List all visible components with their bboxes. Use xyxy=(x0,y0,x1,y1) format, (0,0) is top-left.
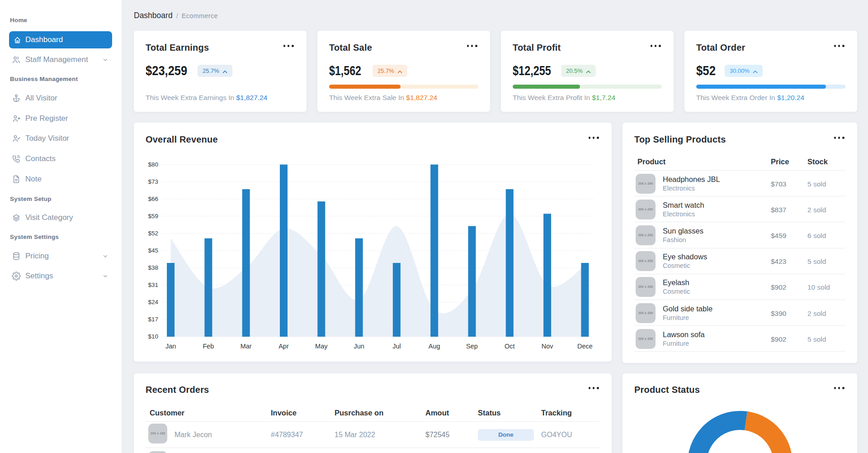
svg-text:Aug: Aug xyxy=(429,343,440,350)
svg-text:Jul: Jul xyxy=(392,343,401,350)
svg-text:$24: $24 xyxy=(148,299,158,305)
svg-text:Feb: Feb xyxy=(203,343,214,350)
svg-text:Dece: Dece xyxy=(577,343,593,350)
svg-text:Nov: Nov xyxy=(542,343,554,350)
svg-text:Sep: Sep xyxy=(466,343,478,350)
svg-text:$31: $31 xyxy=(148,281,158,288)
svg-text:$45: $45 xyxy=(148,247,158,254)
svg-text:$52: $52 xyxy=(148,230,158,237)
svg-text:Mar: Mar xyxy=(241,343,252,350)
svg-text:May: May xyxy=(315,343,328,350)
svg-text:$73: $73 xyxy=(148,178,158,185)
svg-text:Jun: Jun xyxy=(354,343,364,350)
svg-text:Oct: Oct xyxy=(505,343,515,350)
svg-text:$38: $38 xyxy=(148,264,158,271)
svg-text:$59: $59 xyxy=(148,213,158,219)
svg-text:Jan: Jan xyxy=(165,343,176,350)
svg-text:$10: $10 xyxy=(148,333,158,340)
svg-text:$17: $17 xyxy=(148,316,158,323)
svg-text:Apr: Apr xyxy=(278,343,289,350)
svg-text:$80: $80 xyxy=(148,161,158,168)
svg-text:$66: $66 xyxy=(148,196,158,202)
